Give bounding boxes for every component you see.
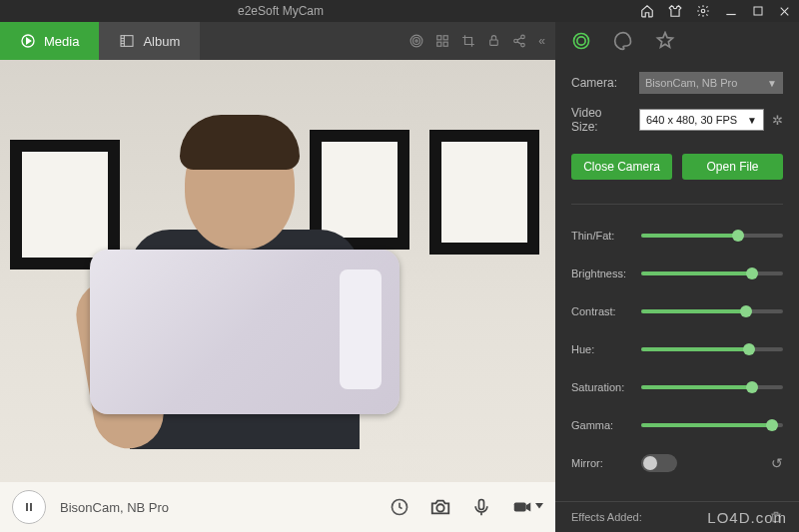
slider-thinfat-track[interactable]	[641, 234, 783, 238]
mirror-toggle[interactable]	[641, 454, 677, 472]
slider-thinfat: Thin/Fat:	[571, 223, 783, 249]
svg-point-13	[413, 38, 420, 45]
tab-album[interactable]: Album	[99, 22, 200, 60]
svg-point-20	[521, 35, 525, 39]
svg-point-28	[436, 504, 443, 511]
close-camera-button[interactable]: Close Camera	[571, 154, 672, 180]
crop-icon[interactable]	[461, 34, 475, 48]
lock-icon[interactable]	[487, 34, 500, 48]
camera-name-label: BisonCam, NB Pro	[60, 500, 169, 515]
svg-rect-18	[443, 42, 447, 46]
main-tabs: Media Album «	[0, 22, 555, 60]
video-preview	[0, 60, 555, 482]
slider-saturation-track[interactable]	[641, 385, 783, 389]
bottom-bar: BisonCam, NB Pro	[0, 482, 555, 532]
videosize-select[interactable]: 640 x 480, 30 FPS ▼	[639, 109, 764, 131]
snapshot-icon[interactable]	[429, 496, 451, 518]
videosize-gear-icon[interactable]: ✲	[772, 113, 783, 128]
svg-point-0	[701, 9, 705, 13]
slider-gamma-track[interactable]	[641, 423, 783, 427]
slider-contrast-track[interactable]	[641, 309, 783, 313]
slider-hue-track[interactable]	[641, 347, 783, 351]
close-icon[interactable]	[778, 5, 791, 18]
svg-line-24	[517, 42, 521, 44]
svg-rect-17	[437, 42, 441, 46]
svg-marker-32	[535, 503, 543, 509]
svg-rect-2	[754, 7, 762, 15]
gear-icon[interactable]	[696, 4, 710, 18]
svg-point-34	[574, 34, 589, 49]
share-icon[interactable]	[512, 34, 526, 48]
toolbar-icons: «	[409, 34, 555, 48]
svg-point-12	[415, 40, 417, 42]
svg-rect-26	[30, 503, 32, 511]
window-controls	[640, 4, 791, 18]
right-panel: Camera: BisonCam, NB Pro ▼ Video Size: 6…	[555, 22, 799, 532]
svg-rect-15	[437, 36, 441, 40]
microphone-icon[interactable]	[471, 497, 491, 517]
home-icon[interactable]	[640, 4, 654, 18]
svg-marker-6	[27, 38, 31, 43]
svg-point-22	[521, 43, 525, 47]
chevron-down-icon: ▼	[767, 78, 777, 89]
slider-brightness-track[interactable]	[641, 271, 783, 275]
tab-media-label: Media	[44, 34, 79, 49]
svg-rect-16	[443, 36, 447, 40]
camera-label: Camera:	[571, 76, 631, 90]
svg-point-21	[514, 39, 518, 43]
panel-tab-color[interactable]	[613, 31, 633, 51]
pause-button[interactable]	[12, 490, 46, 524]
album-icon	[119, 33, 135, 49]
panel-tab-camera[interactable]	[571, 31, 591, 51]
titlebar: e2eSoft MyCam	[0, 0, 799, 22]
chevron-down-icon: ▼	[747, 115, 757, 126]
left-panel: Media Album «	[0, 22, 555, 532]
svg-point-33	[577, 37, 585, 45]
effects-label: Effects Added:	[571, 511, 642, 523]
slider-brightness: Brightness:	[571, 261, 783, 286]
slider-saturation: Saturation:	[571, 374, 783, 400]
camera-select[interactable]: BisonCam, NB Pro ▼	[639, 72, 783, 94]
videosize-label: Video Size:	[571, 106, 631, 134]
svg-rect-30	[514, 502, 526, 511]
reset-icon[interactable]: ↺	[771, 455, 783, 471]
broadcast-icon[interactable]	[409, 34, 423, 48]
svg-marker-31	[526, 502, 531, 511]
media-icon	[20, 33, 36, 49]
panel-tab-effects[interactable]	[655, 31, 675, 51]
panel-tabs	[555, 22, 799, 60]
maximize-icon[interactable]	[752, 5, 764, 17]
record-icon[interactable]	[511, 496, 543, 518]
shirt-icon[interactable]	[668, 4, 682, 18]
svg-rect-29	[479, 500, 484, 510]
camera-select-value: BisonCam, NB Pro	[645, 77, 737, 89]
slider-contrast: Contrast:	[571, 298, 783, 324]
app-title: e2eSoft MyCam	[238, 4, 324, 18]
svg-rect-25	[26, 503, 28, 511]
svg-line-23	[517, 38, 521, 40]
open-file-button[interactable]: Open File	[682, 154, 783, 180]
collapse-icon[interactable]: «	[538, 34, 545, 48]
svg-rect-19	[490, 40, 498, 45]
minimize-icon[interactable]	[724, 4, 738, 18]
history-icon[interactable]	[390, 497, 409, 517]
videosize-value: 640 x 480, 30 FPS	[646, 114, 737, 126]
watermark: LO4D.com	[707, 509, 787, 526]
qr-icon[interactable]	[435, 34, 449, 48]
tab-media[interactable]: Media	[0, 22, 99, 60]
slider-gamma: Gamma:	[571, 412, 783, 438]
slider-hue: Hue:	[571, 336, 783, 362]
tab-album-label: Album	[143, 34, 180, 49]
mirror-label: Mirror:	[571, 457, 633, 469]
